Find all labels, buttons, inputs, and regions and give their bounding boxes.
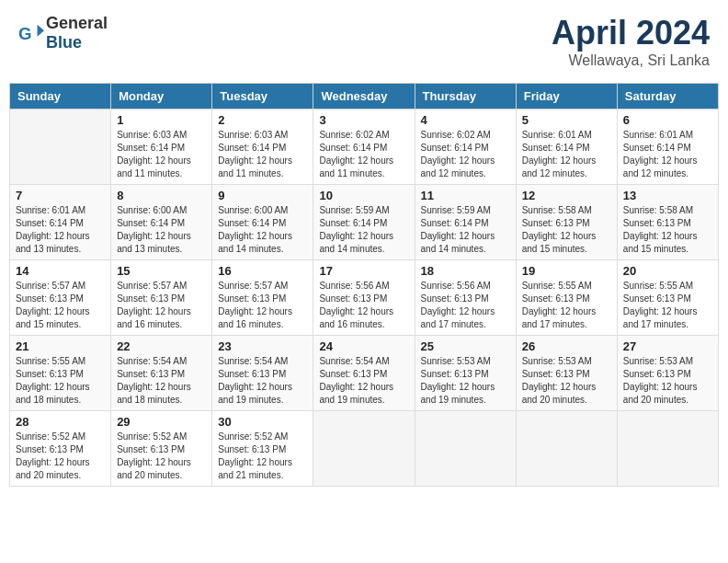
day-info: Sunrise: 5:52 AM Sunset: 6:13 PM Dayligh… bbox=[16, 431, 105, 482]
calendar-cell: 17Sunrise: 5:56 AM Sunset: 6:13 PM Dayli… bbox=[313, 260, 415, 336]
day-number: 4 bbox=[421, 113, 510, 127]
calendar-cell: 15Sunrise: 5:57 AM Sunset: 6:13 PM Dayli… bbox=[111, 260, 212, 336]
day-info: Sunrise: 5:58 AM Sunset: 6:13 PM Dayligh… bbox=[623, 204, 712, 256]
calendar-cell bbox=[415, 411, 516, 487]
calendar-header-monday: Monday bbox=[111, 84, 212, 109]
calendar-cell: 14Sunrise: 5:57 AM Sunset: 6:13 PM Dayli… bbox=[10, 260, 111, 336]
day-number: 14 bbox=[16, 264, 105, 278]
day-info: Sunrise: 6:01 AM Sunset: 6:14 PM Dayligh… bbox=[16, 204, 105, 256]
calendar-cell: 29Sunrise: 5:52 AM Sunset: 6:13 PM Dayli… bbox=[111, 411, 212, 487]
day-number: 26 bbox=[522, 339, 611, 353]
day-number: 22 bbox=[117, 339, 206, 353]
day-number: 21 bbox=[16, 339, 105, 353]
calendar-cell: 16Sunrise: 5:57 AM Sunset: 6:13 PM Dayli… bbox=[212, 260, 313, 336]
day-info: Sunrise: 5:54 AM Sunset: 6:13 PM Dayligh… bbox=[319, 355, 408, 407]
day-number: 16 bbox=[218, 264, 307, 278]
logo-general: General bbox=[46, 14, 108, 32]
page-header: G General Blue April 2024 Wellawaya, Sri… bbox=[9, 9, 719, 74]
day-info: Sunrise: 5:52 AM Sunset: 6:13 PM Dayligh… bbox=[117, 431, 206, 482]
calendar-table: SundayMondayTuesdayWednesdayThursdayFrid… bbox=[9, 83, 719, 487]
calendar-cell: 2Sunrise: 6:03 AM Sunset: 6:14 PM Daylig… bbox=[212, 109, 313, 185]
calendar-cell bbox=[313, 411, 415, 487]
day-number: 28 bbox=[16, 415, 105, 429]
logo-icon: G bbox=[18, 20, 44, 46]
day-info: Sunrise: 6:03 AM Sunset: 6:14 PM Dayligh… bbox=[117, 129, 206, 180]
calendar-cell: 28Sunrise: 5:52 AM Sunset: 6:13 PM Dayli… bbox=[10, 411, 111, 487]
calendar-cell: 18Sunrise: 5:56 AM Sunset: 6:13 PM Dayli… bbox=[415, 260, 516, 336]
day-number: 23 bbox=[218, 339, 307, 353]
day-info: Sunrise: 5:52 AM Sunset: 6:13 PM Dayligh… bbox=[218, 431, 307, 482]
calendar-cell: 1Sunrise: 6:03 AM Sunset: 6:14 PM Daylig… bbox=[111, 109, 212, 185]
day-info: Sunrise: 5:59 AM Sunset: 6:14 PM Dayligh… bbox=[319, 204, 408, 256]
day-number: 29 bbox=[117, 415, 206, 429]
day-number: 15 bbox=[117, 264, 206, 278]
calendar-cell: 10Sunrise: 5:59 AM Sunset: 6:14 PM Dayli… bbox=[313, 185, 415, 260]
day-info: Sunrise: 5:58 AM Sunset: 6:13 PM Dayligh… bbox=[522, 204, 611, 256]
day-info: Sunrise: 5:55 AM Sunset: 6:13 PM Dayligh… bbox=[623, 280, 712, 331]
day-info: Sunrise: 6:00 AM Sunset: 6:14 PM Dayligh… bbox=[117, 204, 206, 256]
calendar-week-4: 21Sunrise: 5:55 AM Sunset: 6:13 PM Dayli… bbox=[10, 336, 719, 411]
calendar-week-1: 1Sunrise: 6:03 AM Sunset: 6:14 PM Daylig… bbox=[10, 109, 719, 185]
day-number: 18 bbox=[421, 264, 510, 278]
day-number: 9 bbox=[218, 189, 307, 202]
day-number: 13 bbox=[623, 189, 712, 202]
day-number: 20 bbox=[623, 264, 712, 278]
svg-marker-1 bbox=[38, 25, 44, 37]
day-info: Sunrise: 6:01 AM Sunset: 6:14 PM Dayligh… bbox=[623, 129, 712, 180]
calendar-cell: 8Sunrise: 6:00 AM Sunset: 6:14 PM Daylig… bbox=[111, 185, 212, 260]
day-number: 8 bbox=[117, 189, 206, 202]
day-info: Sunrise: 6:00 AM Sunset: 6:14 PM Dayligh… bbox=[218, 204, 307, 256]
day-info: Sunrise: 5:53 AM Sunset: 6:13 PM Dayligh… bbox=[421, 355, 510, 407]
calendar-header-thursday: Thursday bbox=[415, 84, 516, 109]
logo: G General Blue bbox=[18, 14, 108, 52]
day-info: Sunrise: 5:54 AM Sunset: 6:13 PM Dayligh… bbox=[218, 355, 307, 407]
calendar-week-3: 14Sunrise: 5:57 AM Sunset: 6:13 PM Dayli… bbox=[10, 260, 719, 336]
calendar-cell: 20Sunrise: 5:55 AM Sunset: 6:13 PM Dayli… bbox=[617, 260, 718, 336]
title-block: April 2024 Wellawaya, Sri Lanka bbox=[552, 14, 710, 69]
calendar-cell: 25Sunrise: 5:53 AM Sunset: 6:13 PM Dayli… bbox=[415, 336, 516, 411]
calendar-cell: 3Sunrise: 6:02 AM Sunset: 6:14 PM Daylig… bbox=[313, 109, 415, 185]
calendar-header-row: SundayMondayTuesdayWednesdayThursdayFrid… bbox=[10, 84, 719, 109]
day-number: 1 bbox=[117, 113, 206, 127]
calendar-cell: 13Sunrise: 5:58 AM Sunset: 6:13 PM Dayli… bbox=[617, 185, 718, 260]
day-info: Sunrise: 6:02 AM Sunset: 6:14 PM Dayligh… bbox=[319, 129, 408, 180]
calendar-header-friday: Friday bbox=[516, 84, 617, 109]
calendar-cell: 7Sunrise: 6:01 AM Sunset: 6:14 PM Daylig… bbox=[10, 185, 111, 260]
day-info: Sunrise: 5:56 AM Sunset: 6:13 PM Dayligh… bbox=[319, 280, 408, 331]
calendar-cell: 6Sunrise: 6:01 AM Sunset: 6:14 PM Daylig… bbox=[617, 109, 718, 185]
logo-blue: Blue bbox=[46, 33, 82, 52]
day-number: 2 bbox=[218, 113, 307, 127]
calendar-header-wednesday: Wednesday bbox=[313, 84, 415, 109]
calendar-header-saturday: Saturday bbox=[617, 84, 718, 109]
day-info: Sunrise: 5:57 AM Sunset: 6:13 PM Dayligh… bbox=[218, 280, 307, 331]
calendar-cell bbox=[617, 411, 718, 487]
calendar-cell: 11Sunrise: 5:59 AM Sunset: 6:14 PM Dayli… bbox=[415, 185, 516, 260]
month-year-title: April 2024 bbox=[552, 14, 710, 52]
day-number: 27 bbox=[623, 339, 712, 353]
day-info: Sunrise: 5:55 AM Sunset: 6:13 PM Dayligh… bbox=[16, 355, 105, 407]
day-number: 30 bbox=[218, 415, 307, 429]
calendar-cell: 21Sunrise: 5:55 AM Sunset: 6:13 PM Dayli… bbox=[10, 336, 111, 411]
day-info: Sunrise: 5:55 AM Sunset: 6:13 PM Dayligh… bbox=[522, 280, 611, 331]
day-number: 25 bbox=[421, 339, 510, 353]
calendar-cell: 27Sunrise: 5:53 AM Sunset: 6:13 PM Dayli… bbox=[617, 336, 718, 411]
location-subtitle: Wellawaya, Sri Lanka bbox=[552, 52, 710, 69]
calendar-header-sunday: Sunday bbox=[10, 84, 111, 109]
day-number: 5 bbox=[522, 113, 611, 127]
calendar-cell: 9Sunrise: 6:00 AM Sunset: 6:14 PM Daylig… bbox=[212, 185, 313, 260]
day-info: Sunrise: 6:01 AM Sunset: 6:14 PM Dayligh… bbox=[522, 129, 611, 180]
calendar-week-2: 7Sunrise: 6:01 AM Sunset: 6:14 PM Daylig… bbox=[10, 185, 719, 260]
calendar-cell: 19Sunrise: 5:55 AM Sunset: 6:13 PM Dayli… bbox=[516, 260, 617, 336]
calendar-cell: 30Sunrise: 5:52 AM Sunset: 6:13 PM Dayli… bbox=[212, 411, 313, 487]
day-number: 24 bbox=[319, 339, 408, 353]
day-info: Sunrise: 6:02 AM Sunset: 6:14 PM Dayligh… bbox=[421, 129, 510, 180]
calendar-cell: 4Sunrise: 6:02 AM Sunset: 6:14 PM Daylig… bbox=[415, 109, 516, 185]
calendar-cell bbox=[10, 109, 111, 185]
day-number: 17 bbox=[319, 264, 408, 278]
day-number: 19 bbox=[522, 264, 611, 278]
calendar-cell: 23Sunrise: 5:54 AM Sunset: 6:13 PM Dayli… bbox=[212, 336, 313, 411]
day-number: 6 bbox=[623, 113, 712, 127]
calendar-cell: 26Sunrise: 5:53 AM Sunset: 6:13 PM Dayli… bbox=[516, 336, 617, 411]
calendar-header-tuesday: Tuesday bbox=[212, 84, 313, 109]
day-info: Sunrise: 5:53 AM Sunset: 6:13 PM Dayligh… bbox=[522, 355, 611, 407]
